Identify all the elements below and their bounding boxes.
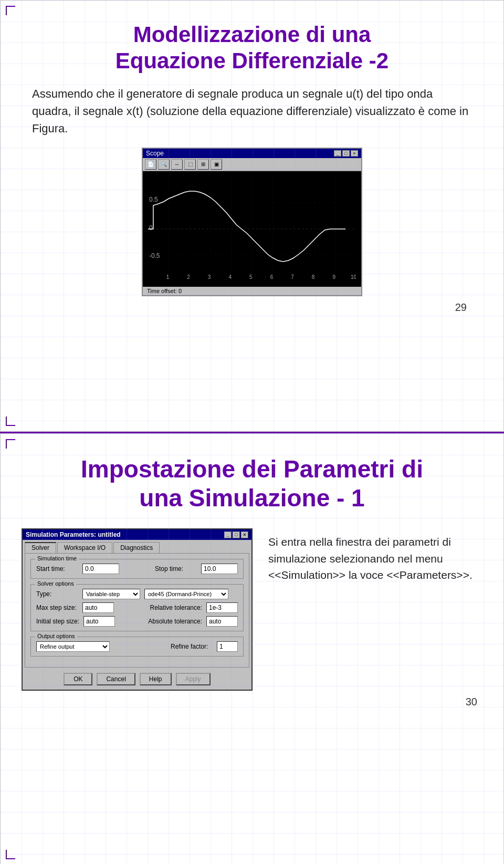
cancel-button[interactable]: Cancel xyxy=(97,673,135,685)
type-select[interactable]: Variable-step Fixed-step xyxy=(82,589,140,599)
slide1-page-number: 29 xyxy=(32,301,472,314)
sim-minimize-btn[interactable]: _ xyxy=(224,532,232,538)
scope-footer: Time offset: 0 xyxy=(143,287,361,295)
scope-toolbar: 📄 🔍 ↔ ⬚ ⊞ ▣ xyxy=(143,158,361,171)
slide-1: Modellizzazione di una Equazione Differe… xyxy=(0,0,504,432)
abs-tol-input[interactable] xyxy=(206,616,238,627)
svg-text:7: 7 xyxy=(291,274,294,280)
svg-text:3: 3 xyxy=(208,274,211,280)
scope-close-btn[interactable]: × xyxy=(351,150,358,157)
svg-text:9: 9 xyxy=(332,274,335,280)
scope-toolbar-btn-3[interactable]: ↔ xyxy=(171,159,183,170)
solver-options-group: Solver options Type: Variable-step Fixed… xyxy=(30,584,244,631)
svg-text:-0.5: -0.5 xyxy=(149,252,160,259)
svg-text:0: 0 xyxy=(149,224,153,232)
max-step-input[interactable] xyxy=(82,602,114,613)
svg-text:4: 4 xyxy=(228,274,232,280)
svg-text:0.5: 0.5 xyxy=(149,196,158,203)
sim-body: Simulation time Start time: Stop time: S… xyxy=(25,553,249,668)
refine-label: Refine factor: xyxy=(171,643,213,650)
scope-title: Scope xyxy=(146,150,164,157)
svg-text:1: 1 xyxy=(166,274,170,280)
max-step-label: Max step size: xyxy=(36,604,78,611)
scope-toolbar-btn-1[interactable]: 📄 xyxy=(145,159,156,170)
slide2-corner-marker-tl xyxy=(6,439,15,449)
scope-window: Scope _ □ × 📄 🔍 ↔ ⬚ ⊞ ▣ xyxy=(142,148,362,296)
tab-diagnostics[interactable]: Diagnostics xyxy=(113,542,160,553)
sim-tabs: Solver Workspace I/O Diagnostics xyxy=(23,540,251,553)
simulation-parameters-dialog: Simulation Parameters: untitled _ □ × So… xyxy=(22,528,253,691)
slide1-title: Modellizzazione di una Equazione Differe… xyxy=(32,22,472,75)
corner-marker-tl xyxy=(6,6,15,15)
init-step-input[interactable] xyxy=(83,616,115,627)
scope-toolbar-btn-4[interactable]: ⬚ xyxy=(184,159,196,170)
slide2-title: Impostazione dei Parametri di una Simula… xyxy=(22,455,482,513)
scope-toolbar-btn-5[interactable]: ⊞ xyxy=(197,159,209,170)
svg-text:5: 5 xyxy=(249,274,253,280)
sim-maximize-btn[interactable]: □ xyxy=(233,532,240,538)
abs-tol-label: Absolute tolerance: xyxy=(148,618,202,625)
sim-dialog-titlebar: Simulation Parameters: untitled _ □ × xyxy=(23,529,251,540)
scope-maximize-btn[interactable]: □ xyxy=(342,150,350,157)
scope-toolbar-btn-6[interactable]: ▣ xyxy=(211,159,222,170)
scope-titlebar: Scope _ □ × xyxy=(143,149,361,158)
sim-close-btn[interactable]: × xyxy=(241,532,248,538)
max-step-row: Max step size: Relative tolerance: xyxy=(36,602,238,613)
sim-time-group: Simulation time Start time: Stop time: xyxy=(30,559,244,579)
slide2-page-number: 30 xyxy=(22,696,482,708)
sim-dialog-title: Simulation Parameters: untitled xyxy=(26,531,121,538)
sim-dialog-buttons: OK Cancel Help Apply xyxy=(23,670,251,690)
scope-toolbar-btn-2[interactable]: 🔍 xyxy=(158,159,170,170)
scope-plot: 0.5 0 -0.5 1 2 3 4 5 6 7 8 9 10 xyxy=(143,171,361,287)
scope-graph: 0.5 0 -0.5 1 2 3 4 5 6 7 8 9 10 xyxy=(148,176,356,282)
svg-text:6: 6 xyxy=(270,274,274,280)
sim-time-group-label: Simulation time xyxy=(35,555,79,561)
svg-text:10: 10 xyxy=(351,274,356,280)
output-options-group: Output options Refine output Refine fact… xyxy=(30,637,244,657)
start-time-input[interactable] xyxy=(82,564,119,574)
init-step-row: Initial step size: Absolute tolerance: xyxy=(36,616,238,627)
stop-time-label: Stop time: xyxy=(155,565,197,572)
output-row: Refine output Refine factor: xyxy=(36,641,238,652)
scope-titlebar-buttons: _ □ × xyxy=(334,150,358,157)
solver-select[interactable]: ode45 (Dormand-Prince) xyxy=(144,589,228,599)
init-step-label: Initial step size: xyxy=(36,618,79,625)
start-time-label: Start time: xyxy=(36,565,78,572)
svg-text:8: 8 xyxy=(312,274,315,280)
rel-tol-input[interactable] xyxy=(206,602,238,613)
output-select[interactable]: Refine output xyxy=(36,641,110,652)
solver-type-row: Type: Variable-step Fixed-step ode45 (Do… xyxy=(36,589,238,599)
apply-button[interactable]: Apply xyxy=(176,673,211,685)
tab-solver[interactable]: Solver xyxy=(25,542,56,553)
corner-marker-bl xyxy=(6,417,15,426)
slide2-content: Simulation Parameters: untitled _ □ × So… xyxy=(22,528,482,691)
ok-button[interactable]: OK xyxy=(64,673,92,685)
tab-workspace-io[interactable]: Workspace I/O xyxy=(57,542,112,553)
type-label: Type: xyxy=(36,590,78,598)
stop-time-input[interactable] xyxy=(201,564,238,574)
help-button[interactable]: Help xyxy=(140,673,172,685)
sim-time-row: Start time: Stop time: xyxy=(36,564,238,574)
slide1-body: Assumendo che il generatore di segnale p… xyxy=(32,85,472,137)
output-options-label: Output options xyxy=(35,633,77,639)
svg-text:2: 2 xyxy=(187,274,190,280)
slide-2: Impostazione dei Parametri di una Simula… xyxy=(0,433,504,864)
rel-tol-label: Relative tolerance: xyxy=(150,604,202,611)
scope-minimize-btn[interactable]: _ xyxy=(334,150,341,157)
slide2-description: Si entra nella finestra dei parametri di… xyxy=(268,528,482,584)
refine-input[interactable] xyxy=(217,641,238,652)
sim-dialog-titlebar-btns: _ □ × xyxy=(224,532,248,538)
slide2-corner-marker-bl xyxy=(6,850,15,859)
solver-options-label: Solver options xyxy=(35,580,76,587)
